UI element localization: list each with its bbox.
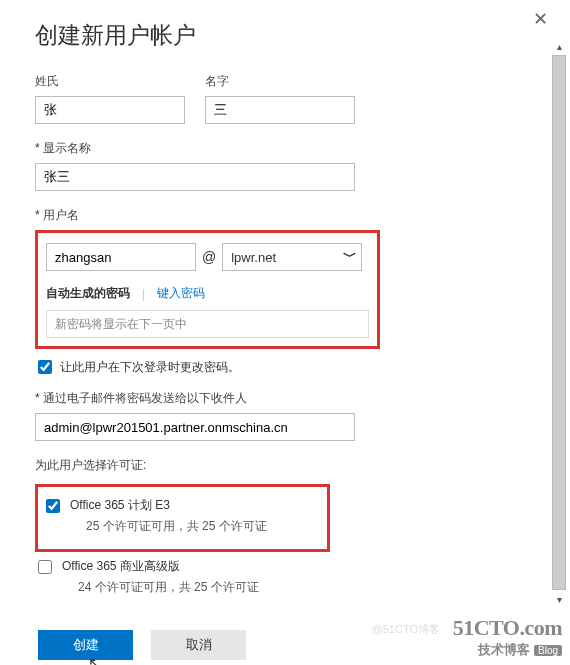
username-input[interactable] [46,243,196,271]
password-auto-label: 自动生成的密码 [46,285,130,302]
close-icon[interactable]: ✕ [533,8,548,30]
license-e3-title: Office 365 计划 E3 [70,497,267,514]
email-recipient-label: 通过电子邮件将密码发送给以下收件人 [35,390,540,407]
username-label: 用户名 [35,207,540,224]
dialog-title: 创建新用户帐户 [35,20,540,51]
email-recipient-input[interactable] [35,413,355,441]
license-business-title: Office 365 商业高级版 [62,558,259,575]
domain-value: lpwr.net [231,250,276,265]
at-symbol: @ [202,249,216,265]
scroll-down-icon[interactable]: ▾ [552,593,566,607]
license-business-checkbox[interactable] [38,560,52,574]
firstname-label: 名字 [205,73,355,90]
password-manual-link[interactable]: 键入密码 [157,285,205,302]
attribution-text: @51CTO博客 [372,622,440,637]
license-highlight: Office 365 计划 E3 25 个许可证可用，共 25 个许可证 [35,484,330,552]
lastname-input[interactable] [35,96,185,124]
license-e3-checkbox[interactable] [46,499,60,513]
licenses-label: 为此用户选择许可证: [35,457,540,474]
domain-select[interactable]: lpwr.net ﹀ [222,243,362,271]
cancel-button[interactable]: 取消 [151,630,246,660]
scroll-up-icon[interactable]: ▴ [552,40,566,54]
firstname-input[interactable] [205,96,355,124]
password-note: 新密码将显示在下一页中 [46,310,369,338]
displayname-label: 显示名称 [35,140,540,157]
username-highlight: @ lpwr.net ﹀ 自动生成的密码 | 键入密码 新密码将显示在下一页中 [35,230,380,349]
scrollbar[interactable] [552,55,566,590]
lastname-label: 姓氏 [35,73,185,90]
force-change-label: 让此用户在下次登录时更改密码。 [60,359,240,376]
chevron-down-icon: ﹀ [343,248,357,266]
license-business-sub: 24 个许可证可用，共 25 个许可证 [62,579,259,596]
force-change-checkbox[interactable] [38,360,52,374]
separator: | [142,287,145,301]
displayname-input[interactable] [35,163,355,191]
license-e3-sub: 25 个许可证可用，共 25 个许可证 [70,518,267,535]
create-button[interactable]: 创建 [38,630,133,660]
